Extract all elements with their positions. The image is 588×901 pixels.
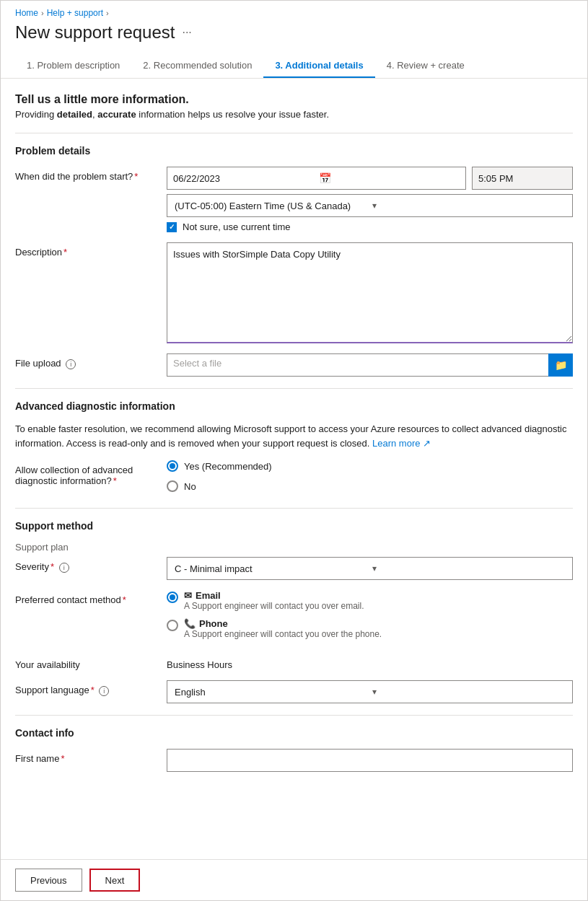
description-label: Description* <box>15 242 159 258</box>
when-label: When did the problem start?* <box>15 167 159 182</box>
divider-2 <box>15 388 573 389</box>
not-sure-label: Not sure, use current time <box>183 221 291 232</box>
severity-label: Severity* i <box>15 557 159 573</box>
support-plan-label: Support plan <box>15 542 573 553</box>
file-upload-label: File upload i <box>15 353 159 369</box>
allow-diag-row: Allow collection of advanced diagnostic … <box>15 460 573 496</box>
severity-row: Severity* i C - Minimal impact ▾ <box>15 557 573 580</box>
content-area: Tell us a little more information. Provi… <box>1 79 587 840</box>
contact-phone-sub: A Support engineer will contact you over… <box>184 629 382 639</box>
contact-email-radio[interactable] <box>167 592 178 603</box>
diag-no-label: No <box>184 481 196 492</box>
file-upload-info-icon[interactable]: i <box>66 359 76 369</box>
contact-email-label: ✉ Email A Support engineer will contact … <box>184 590 364 611</box>
intro-subtext: Providing detailed, accurate information… <box>15 109 573 120</box>
language-label: Support language* i <box>15 680 159 696</box>
breadcrumb-sep2: › <box>106 9 109 17</box>
diag-no-option[interactable]: No <box>167 480 573 492</box>
availability-value: Business Hours <box>167 655 573 670</box>
diag-yes-radio[interactable] <box>167 460 178 472</box>
contact-method-options: ✉ Email A Support engineer will contact … <box>167 590 573 645</box>
tab-review[interactable]: 4. Review + create <box>375 54 476 78</box>
divider-1 <box>15 133 573 133</box>
file-browse-button[interactable]: 📁 <box>548 353 573 377</box>
problem-start-row: When did the problem start?* 06/22/2023 … <box>15 167 573 232</box>
description-textarea[interactable]: Issues with StorSimple Data Copy Utility <box>167 242 573 343</box>
tabs-row: 1. Problem description 2. Recommended so… <box>1 54 587 79</box>
divider-4 <box>15 715 573 716</box>
date-time-row: 06/22/2023 📅 5:05 PM <box>167 167 573 190</box>
intro-header: Tell us a little more information. <box>15 93 573 106</box>
calendar-icon: 📅 <box>319 172 460 184</box>
chevron-down-icon: ▾ <box>372 201 566 211</box>
page-menu-icon[interactable]: ··· <box>182 26 191 39</box>
file-upload-control: Select a file 📁 <box>167 353 573 377</box>
breadcrumb-home[interactable]: Home <box>15 8 38 18</box>
contact-email-option[interactable]: ✉ Email A Support engineer will contact … <box>167 590 573 611</box>
previous-button[interactable]: Previous <box>15 869 82 892</box>
not-sure-checkbox-row[interactable]: ✓ Not sure, use current time <box>167 221 573 232</box>
contact-info-title: Contact info <box>15 727 573 739</box>
tab-additional[interactable]: 3. Additional details <box>263 54 374 78</box>
time-input: 5:05 PM <box>472 167 573 190</box>
file-input-placeholder[interactable]: Select a file <box>167 353 548 377</box>
language-chevron-icon: ▾ <box>372 687 566 697</box>
page-title-row: New support request ··· <box>1 22 587 54</box>
not-sure-checkbox[interactable]: ✓ <box>167 222 177 232</box>
page-title: New support request <box>15 22 175 43</box>
availability-label: Your availability <box>15 655 159 670</box>
first-name-row: First name* <box>15 749 573 772</box>
tab-recommended[interactable]: 2. Recommended solution <box>131 54 263 78</box>
severity-chevron-icon: ▾ <box>372 563 566 573</box>
description-row: Description* Issues with StorSimple Data… <box>15 242 573 343</box>
support-method-title: Support method <box>15 520 573 532</box>
contact-email-title: ✉ Email <box>184 590 364 601</box>
file-upload-row: File upload i Select a file 📁 <box>15 353 573 377</box>
email-icon: ✉ <box>184 590 192 601</box>
next-button[interactable]: Next <box>89 869 141 892</box>
contact-method-row: Preferred contact method* ✉ Email A Supp… <box>15 590 573 645</box>
breadcrumb-help[interactable]: Help + support <box>47 8 103 18</box>
learn-more-link[interactable]: Learn more ↗ <box>372 438 431 449</box>
phone-icon: 📞 <box>184 618 196 629</box>
description-control: Issues with StorSimple Data Copy Utility <box>167 242 573 343</box>
folder-icon: 📁 <box>555 359 567 371</box>
footer-nav: Previous Next <box>1 859 587 900</box>
divider-3 <box>15 508 573 509</box>
adv-diag-text: To enable faster resolution, we recommen… <box>15 422 573 450</box>
contact-phone-radio[interactable] <box>167 620 178 631</box>
availability-row: Your availability Business Hours <box>15 655 573 670</box>
contact-email-sub: A Support engineer will contact you over… <box>184 601 364 611</box>
date-input[interactable]: 06/22/2023 📅 <box>167 167 466 190</box>
contact-phone-label: 📞 Phone A Support engineer will contact … <box>184 618 382 639</box>
first-name-control <box>167 749 573 772</box>
problem-details-title: Problem details <box>15 145 573 157</box>
allow-diag-label: Allow collection of advanced diagnostic … <box>15 460 159 486</box>
file-upload-input-row: Select a file 📁 <box>167 353 573 377</box>
diag-no-radio[interactable] <box>167 480 178 492</box>
contact-phone-option[interactable]: 📞 Phone A Support engineer will contact … <box>167 618 573 639</box>
timezone-select[interactable]: (UTC-05:00) Eastern Time (US & Canada) ▾ <box>167 194 573 217</box>
contact-method-label: Preferred contact method* <box>15 590 159 605</box>
first-name-input[interactable] <box>167 749 573 772</box>
adv-diag-title: Advanced diagnostic information <box>15 400 573 412</box>
language-info-icon[interactable]: i <box>99 686 109 696</box>
language-control: English ▾ <box>167 680 573 703</box>
contact-phone-title: 📞 Phone <box>184 618 382 629</box>
severity-control: C - Minimal impact ▾ <box>167 557 573 580</box>
breadcrumb: Home › Help + support › <box>1 1 587 22</box>
checkmark-icon: ✓ <box>169 223 175 231</box>
first-name-label: First name* <box>15 749 159 764</box>
severity-info-icon[interactable]: i <box>59 563 69 573</box>
severity-select[interactable]: C - Minimal impact ▾ <box>167 557 573 580</box>
language-row: Support language* i English ▾ <box>15 680 573 703</box>
language-select[interactable]: English ▾ <box>167 680 573 703</box>
when-controls: 06/22/2023 📅 5:05 PM (UTC-05:00) Eastern… <box>167 167 573 232</box>
allow-diag-options: Yes (Recommended) No <box>167 460 573 496</box>
tab-problem[interactable]: 1. Problem description <box>15 54 131 78</box>
availability-text: Business Hours <box>167 655 573 670</box>
breadcrumb-sep1: › <box>41 9 44 17</box>
diag-yes-label: Yes (Recommended) <box>184 461 272 472</box>
diag-yes-option[interactable]: Yes (Recommended) <box>167 460 573 472</box>
